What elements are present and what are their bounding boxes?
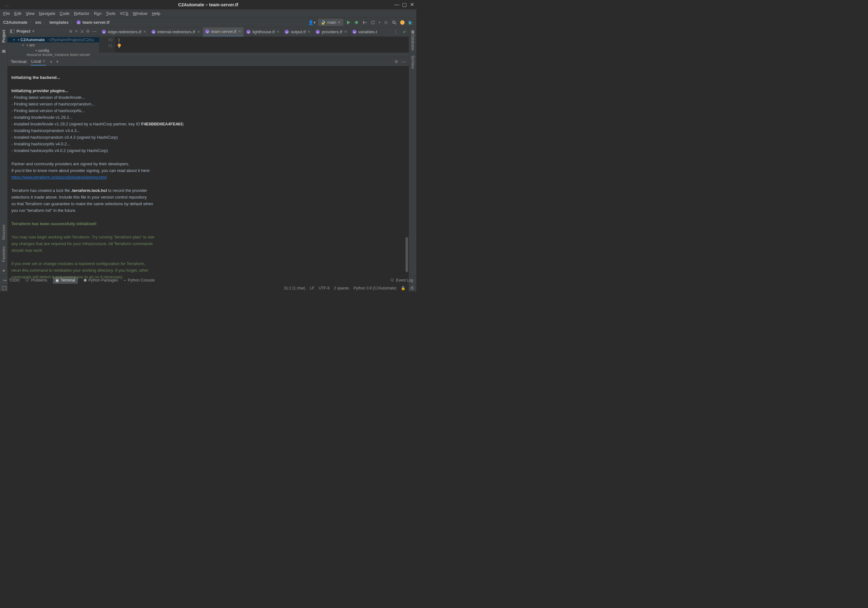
breadcrumb-src[interactable]: src — [36, 20, 42, 25]
tabs-overflow[interactable]: ⋮ — [391, 30, 400, 34]
terraform-icon — [152, 30, 156, 34]
terraform-signing-link[interactable]: https://www.terraform.io/docs/cli/plugin… — [11, 175, 107, 180]
terraform-icon — [205, 30, 209, 34]
hide-panel-icon[interactable]: — — [92, 29, 96, 34]
tab-edge-redirectors[interactable]: edge-redirectors.tf✕ — [99, 27, 149, 37]
close-icon[interactable]: ✕ — [143, 30, 146, 34]
close-icon[interactable]: ✕ — [42, 59, 45, 63]
sidebar-project-tab[interactable]: Project — [2, 30, 6, 43]
collapse-all-icon[interactable]: ⇲ — [80, 29, 84, 34]
inspections-ok-icon[interactable]: ✔ — [400, 30, 409, 34]
star-icon: ★ — [2, 268, 6, 273]
project-panel: Project ▾ ⊕ ≡ ⇲ ⚙ — ▾ ▪ C2Automate — [8, 27, 99, 53]
menu-code[interactable]: Code — [60, 11, 70, 16]
search-icon[interactable] — [392, 20, 397, 25]
menu-navigate[interactable]: Navigate — [39, 11, 55, 16]
terminal-scrollbar[interactable] — [406, 237, 408, 272]
terminal-body[interactable]: Initializing the backend... Initializing… — [8, 66, 409, 291]
terraform-icon — [285, 30, 289, 34]
tree-root-name: C2Automate — [20, 37, 45, 42]
codewithme-icon[interactable] — [400, 20, 405, 25]
terminal-tab-local[interactable]: Local ✕ — [31, 58, 46, 65]
tool-window-toggle-icon[interactable] — [3, 286, 6, 290]
line-number: 31 — [99, 43, 113, 49]
terminal-dropdown[interactable]: ▾ — [56, 59, 59, 64]
ide-update-icon[interactable] — [408, 20, 413, 25]
rerun-icon[interactable] — [370, 20, 375, 25]
svg-rect-8 — [11, 30, 12, 33]
code-line-30: } — [118, 37, 409, 43]
tree-config-label: config — [38, 48, 50, 53]
run-menu-chevron[interactable]: ▾ — [379, 20, 380, 24]
editor-structure-crumb[interactable]: resource linode_instance team-server — [8, 53, 409, 57]
minimize-button[interactable]: — — [394, 2, 399, 7]
tab-lighthouse[interactable]: lighthouse.tf✕ — [244, 27, 282, 37]
expand-all-icon[interactable]: ≡ — [75, 29, 78, 34]
close-icon[interactable]: ✕ — [307, 30, 310, 34]
tree-root-path: ~/PycharmProjects/C2Au — [48, 37, 94, 42]
python-icon — [321, 20, 326, 25]
svg-point-2 — [355, 21, 358, 24]
breadcrumb-templates[interactable]: templates — [50, 20, 69, 25]
select-opened-icon[interactable]: ⊕ — [69, 29, 73, 34]
run-icon[interactable] — [346, 20, 351, 25]
breadcrumb[interactable]: C2Automate 〉 src 〉 templates 〉 team-serv… — [3, 20, 110, 25]
terraform-icon — [352, 30, 356, 34]
hide-terminal-icon[interactable]: — — [401, 59, 406, 64]
tree-src-label: src — [29, 43, 35, 48]
project-view-icon — [10, 29, 14, 34]
right-gutter: Database SciView — [409, 27, 416, 275]
terminal-settings-icon[interactable]: ⚙ — [394, 59, 398, 64]
svg-rect-6 — [2, 50, 5, 53]
close-button[interactable]: ✕ — [409, 2, 414, 7]
debug-icon[interactable] — [354, 20, 359, 25]
new-terminal-button[interactable]: ＋ — [49, 59, 53, 65]
tab-providers[interactable]: providers.tf✕ — [313, 27, 350, 37]
project-panel-icon — [2, 49, 6, 53]
tree-root[interactable]: ▾ ▪ C2Automate ~/PycharmProjects/C2Au — [8, 37, 99, 42]
menu-vcs[interactable]: VCS — [120, 11, 129, 16]
database-icon — [411, 30, 415, 34]
menu-view[interactable]: View — [26, 11, 34, 16]
menu-window[interactable]: Window — [133, 11, 147, 16]
warning-marker-icon[interactable] — [118, 44, 121, 47]
settings-icon[interactable]: ⚙ — [86, 29, 90, 34]
todo-icon: ≔ — [3, 278, 7, 283]
stop-icon[interactable] — [383, 20, 389, 25]
close-icon[interactable]: ✕ — [344, 30, 347, 34]
menu-help[interactable]: Help — [152, 11, 160, 16]
terraform-icon — [102, 30, 106, 34]
run-config-selector[interactable]: main ▾ — [318, 19, 343, 26]
sidebar-structure-tab[interactable]: Structure — [2, 224, 6, 240]
run-more-icon[interactable] — [362, 20, 367, 25]
close-icon[interactable]: ✕ — [197, 30, 200, 34]
menu-run[interactable]: Run — [94, 11, 102, 16]
close-icon[interactable]: ✕ — [238, 30, 241, 34]
chevron-down-icon[interactable]: ▾ — [32, 29, 34, 34]
tab-variables[interactable]: variables.t — [350, 27, 380, 37]
tab-team-server[interactable]: team-server.tf✕ — [203, 27, 244, 37]
close-icon[interactable]: ✕ — [276, 30, 279, 34]
tree-config[interactable]: ▪ config — [8, 48, 99, 53]
menu-tools[interactable]: Tools — [106, 11, 115, 16]
maximize-button[interactable]: ▢ — [402, 2, 407, 7]
terraform-icon — [76, 20, 81, 24]
user-dropdown[interactable]: 👤▾ — [308, 20, 316, 25]
left-gutter: Project Structure Favorites ★ — [0, 27, 8, 275]
svg-point-5 — [400, 20, 405, 25]
sidebar-database-tab[interactable]: Database — [411, 34, 415, 50]
breadcrumb-project[interactable]: C2Automate — [3, 20, 28, 25]
menu-file[interactable]: File — [3, 11, 10, 16]
tree-src[interactable]: ▾ ▪ src — [8, 42, 99, 48]
menu-edit[interactable]: Edit — [14, 11, 21, 16]
sidebar-sciview-tab[interactable]: SciView — [411, 55, 415, 69]
notifications-icon[interactable]: 🗫 — [410, 286, 414, 291]
tab-internal-redirectors[interactable]: internal-redirectors.tf✕ — [149, 27, 203, 37]
menu-refactor[interactable]: Refactor — [74, 11, 90, 16]
code-line-31: } — [118, 43, 409, 49]
editor-body[interactable]: 30 31 } } — [99, 37, 409, 53]
breadcrumb-file[interactable]: team-server.tf — [82, 20, 110, 25]
sidebar-favorites-tab[interactable]: Favorites — [2, 246, 6, 262]
chevron-down-icon: ▾ — [338, 20, 340, 25]
tab-output[interactable]: output.tf✕ — [282, 27, 313, 37]
